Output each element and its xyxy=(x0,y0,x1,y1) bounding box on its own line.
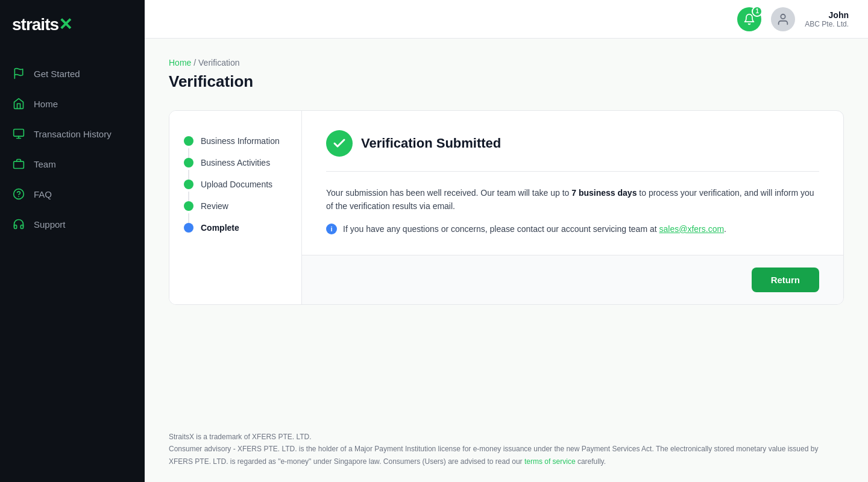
support-icon xyxy=(12,218,25,231)
sidebar-item-label-home: Home xyxy=(34,99,58,109)
sidebar-item-transaction-history[interactable]: Transaction History xyxy=(0,119,145,149)
list-icon xyxy=(12,127,25,140)
main-content: 1 John ABC Pte. Ltd. Home / Verification… xyxy=(145,0,868,482)
step-label-complete: Complete xyxy=(201,223,239,233)
return-section: Return xyxy=(302,255,843,304)
step-dot-upload-documents xyxy=(184,180,193,189)
breadcrumb-home[interactable]: Home xyxy=(169,58,191,67)
step-dot-complete xyxy=(184,223,193,233)
email-link[interactable]: sales@xfers.com xyxy=(659,224,725,234)
sidebar-item-faq[interactable]: FAQ xyxy=(0,179,145,209)
svg-rect-1 xyxy=(14,130,24,137)
sidebar-item-get-started[interactable]: Get Started xyxy=(0,58,145,89)
steps-sidebar: Business Information Business Activities… xyxy=(169,111,302,304)
sidebar-nav: Get Started Home Transaction History xyxy=(0,54,145,482)
verification-layout: Business Information Business Activities… xyxy=(169,110,844,305)
user-avatar[interactable] xyxy=(771,7,795,31)
divider xyxy=(326,171,819,172)
user-name: John xyxy=(829,10,849,20)
sidebar-item-label-support: Support xyxy=(34,219,66,230)
step-label-business-activities: Business Activities xyxy=(201,158,270,167)
submitted-body-text: Your submission has been well received. … xyxy=(326,188,571,198)
info-box: i If you have any questions or concerns,… xyxy=(326,223,819,236)
step-dot-review xyxy=(184,201,193,211)
sidebar-item-support[interactable]: Support xyxy=(0,209,145,239)
svg-rect-4 xyxy=(14,161,24,169)
page-title: Verification xyxy=(169,72,844,91)
step-complete: Complete xyxy=(184,217,287,239)
breadcrumb-separator: / xyxy=(193,58,198,67)
submitted-title: Verification Submitted xyxy=(361,136,501,151)
breadcrumb: Home / Verification xyxy=(169,58,844,67)
footer-line1: StraitsX is a trademark of XFERS PTE. LT… xyxy=(169,431,844,443)
user-info: John ABC Pte. Ltd. xyxy=(805,10,849,28)
flag-icon xyxy=(12,67,25,80)
header: 1 John ABC Pte. Ltd. xyxy=(145,0,868,39)
breadcrumb-current: Verification xyxy=(198,58,239,67)
logo-text: straits✕ xyxy=(12,15,72,34)
step-upload-documents: Upload Documents xyxy=(184,174,287,195)
footer-line2: Consumer advisory - XFERS PTE. LTD. is t… xyxy=(169,443,844,468)
footer: StraitsX is a trademark of XFERS PTE. LT… xyxy=(145,412,868,482)
sidebar: straits✕ Get Started Home xyxy=(0,0,145,482)
info-icon: i xyxy=(326,224,337,234)
verification-submitted-section: Verification Submitted Your submission h… xyxy=(302,111,843,255)
tos-link[interactable]: terms of service xyxy=(524,457,576,466)
step-label-upload-documents: Upload Documents xyxy=(201,180,272,189)
sidebar-item-team[interactable]: Team xyxy=(0,149,145,179)
info-text: If you have any questions or concerns, p… xyxy=(343,223,726,236)
step-business-information: Business Information xyxy=(184,130,287,152)
submitted-bold-text: 7 business days xyxy=(571,188,637,198)
sidebar-item-label-get-started: Get Started xyxy=(34,69,80,79)
step-review: Review xyxy=(184,195,287,217)
notification-badge: 1 xyxy=(752,6,763,17)
faq-icon xyxy=(12,187,25,201)
step-dot-business-activities xyxy=(184,158,193,167)
submitted-body: Your submission has been well received. … xyxy=(326,186,819,213)
page-content: Home / Verification Verification Busines… xyxy=(145,39,868,412)
notification-bell[interactable]: 1 xyxy=(737,7,761,31)
team-icon xyxy=(12,157,25,171)
sidebar-item-label-team: Team xyxy=(34,159,56,169)
verification-panel: Verification Submitted Your submission h… xyxy=(302,111,843,304)
submitted-header: Verification Submitted xyxy=(326,130,819,157)
svg-point-7 xyxy=(781,14,785,18)
step-dot-business-information xyxy=(184,136,193,146)
home-icon xyxy=(12,97,25,110)
user-company: ABC Pte. Ltd. xyxy=(805,20,849,28)
sidebar-item-label-faq: FAQ xyxy=(34,189,52,199)
step-label-business-information: Business Information xyxy=(201,136,280,146)
step-business-activities: Business Activities xyxy=(184,152,287,174)
step-label-review: Review xyxy=(201,201,228,211)
sidebar-item-label-transaction-history: Transaction History xyxy=(34,129,112,139)
return-button[interactable]: Return xyxy=(752,268,819,292)
sidebar-item-home[interactable]: Home xyxy=(0,89,145,119)
check-circle-icon xyxy=(326,130,353,157)
logo: straits✕ xyxy=(0,0,145,49)
